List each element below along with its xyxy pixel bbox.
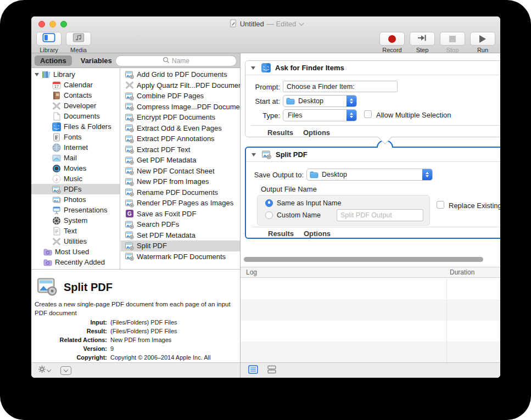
sidebar-item-utilities[interactable]: Utilities	[31, 236, 120, 247]
disclosure-triangle-icon[interactable]	[35, 73, 39, 76]
sidebar-item-system[interactable]: System	[31, 215, 120, 226]
sidebar-item-mail[interactable]: Mail	[31, 153, 120, 163]
sidebar-item-most-used[interactable]: Most Used	[31, 247, 120, 257]
sidebar-item-presentations[interactable]: Presentations	[31, 205, 120, 215]
action-description-panel: Split PDF Creates a new single-page PDF …	[31, 269, 240, 362]
sidebar-item-movies[interactable]: Movies	[31, 163, 120, 173]
action-item-new-pdf-from-images[interactable]: New PDF from Images	[121, 176, 240, 187]
sidebar-item-recently-added[interactable]: Recently Added	[31, 257, 120, 267]
custom-name-radio[interactable]	[265, 211, 273, 219]
step-button[interactable]: Step	[410, 32, 435, 53]
type-label: Type:	[245, 111, 280, 120]
action-title: Ask for Finder Items	[275, 64, 344, 72]
action-item-render-pdf-pages-as-images[interactable]: Render PDF Pages as Images	[121, 198, 240, 209]
same-as-input-radio[interactable]	[265, 199, 273, 207]
sidebar-item-developer[interactable]: Developer	[31, 100, 120, 111]
search-input[interactable]: Name	[115, 55, 237, 66]
sidebar-item-files-folders[interactable]: Files & Folders	[31, 121, 120, 132]
action-item-search-pdfs[interactable]: Search PDFs	[121, 219, 240, 230]
options-toggle[interactable]: Options	[303, 128, 330, 137]
sidebar-item-calendar[interactable]: 17Calendar	[31, 80, 120, 90]
options-toggle[interactable]: Options	[304, 229, 331, 238]
browser-columns: Library17CalendarContactsDeveloperDocume…	[31, 68, 240, 269]
description-summary: Creates a new single-page PDF document f…	[35, 300, 233, 317]
title-chevron-down-icon[interactable]	[299, 20, 304, 26]
sidebar-item-label: Files & Folders	[64, 122, 111, 131]
action-item-get-pdf-metadata[interactable]: Get PDF Metadata	[121, 155, 240, 166]
replace-existing-file-checkbox[interactable]	[437, 201, 444, 209]
duration-column-header[interactable]: Duration	[450, 268, 474, 276]
photos-icon	[52, 195, 61, 204]
description-field-value: Copyright © 2006–2014 Apple Inc. All rig…	[110, 353, 226, 362]
action-title: Split PDF	[276, 150, 308, 159]
workflow-canvas: Ask for Finder Items Prompt: Choose a Fi…	[241, 53, 500, 267]
results-toggle[interactable]: Results	[267, 128, 293, 137]
action-item-set-pdf-metadata[interactable]: Set PDF Metadata	[121, 230, 240, 241]
library-tree: Library17CalendarContactsDeveloperDocume…	[31, 68, 120, 269]
sidebar-item-documents[interactable]: Documents	[31, 111, 120, 121]
action-item-split-pdf[interactable]: Split PDF	[121, 240, 240, 251]
action-item-extract-pdf-annotations[interactable]: Extract PDF Annotations	[121, 133, 240, 144]
results-toggle[interactable]: Results	[268, 229, 294, 238]
action-item-compress-image-pdf-documents[interactable]: Compress Image...PDF Documents	[121, 102, 240, 113]
media-toolbar-button[interactable]: Media	[66, 32, 91, 53]
finder-icon	[52, 122, 61, 131]
disclosure-triangle-icon[interactable]	[251, 153, 256, 156]
smart-folder-icon	[43, 248, 52, 256]
horizontal-scrollbar[interactable]	[244, 257, 483, 262]
action-item-label: Save as Foxit PDF	[137, 210, 196, 218]
sidebar-item-text[interactable]: Text	[31, 226, 120, 236]
save-output-dropdown[interactable]: Desktop	[306, 169, 433, 181]
stepper-icon	[346, 110, 356, 121]
tab-actions[interactable]: Actions	[35, 55, 72, 66]
run-button[interactable]: Run	[470, 32, 495, 53]
action-item-watermark-pdf-documents[interactable]: Watermark PDF Documents	[121, 251, 240, 262]
folder-icon	[310, 170, 318, 179]
sidebar-item-internet[interactable]: Internet	[31, 142, 120, 153]
action-item-apply-quartz-filt-pdf-documents[interactable]: Apply Quartz Filt...PDF Documents	[121, 80, 240, 91]
action-item-combine-pdf-pages[interactable]: Combine PDF Pages	[121, 91, 240, 102]
sidebar-item-fonts[interactable]: FFonts	[31, 132, 120, 142]
log-column-header[interactable]: Log	[246, 268, 257, 276]
sidebar-item-label: Calendar	[64, 81, 93, 89]
search-placeholder: Name	[172, 57, 189, 65]
action-item-extract-pdf-text[interactable]: Extract PDF Text	[121, 144, 240, 155]
action-item-save-as-foxit-pdf[interactable]: GSave as Foxit PDF	[121, 209, 240, 220]
log-table	[241, 278, 500, 362]
prompt-field[interactable]: Choose a Finder Item:	[283, 81, 398, 92]
action-item-rename-pdf-documents[interactable]: Rename PDF Documents	[121, 187, 240, 198]
action-item-new-pdf-contact-sheet[interactable]: New PDF Contact Sheet	[121, 166, 240, 177]
save-output-label: Save Output to:	[246, 171, 304, 179]
disclosure-triangle-icon[interactable]	[251, 66, 255, 70]
sidebar-item-pdfs[interactable]: PDFs	[31, 184, 120, 194]
description-field: Copyright:Copyright © 2006–2014 Apple In…	[31, 353, 240, 362]
action-item-encrypt-pdf-documents[interactable]: Encrypt PDF Documents	[121, 112, 240, 123]
log-stack-view-icon[interactable]	[267, 365, 277, 376]
log-list-view-icon[interactable]	[248, 365, 258, 376]
sidebar-item-music[interactable]: ♪Music	[31, 173, 120, 184]
panel-toggle-button[interactable]	[60, 366, 71, 375]
tab-variables[interactable]: Variables	[75, 55, 118, 66]
allow-multiple-selection-checkbox[interactable]	[364, 110, 372, 118]
custom-name-label: Custom Name	[277, 211, 321, 219]
custom-name-field[interactable]: Split PDF Output	[337, 209, 423, 221]
sidebar-item-label: Utilities	[64, 237, 87, 245]
stepper-icon	[346, 96, 356, 107]
action-item-extract-odd-even-pages[interactable]: Extract Odd & Even Pages	[121, 123, 240, 134]
library-toolbar-button[interactable]: Library	[36, 32, 62, 53]
sidebar-item-library[interactable]: Library	[31, 69, 120, 80]
action-item-label: New PDF from Images	[137, 177, 209, 186]
action-item-add-grid-to-pdf-documents[interactable]: Add Grid to PDF Documents	[121, 69, 240, 80]
sidebar-item-label: Mail	[64, 154, 77, 162]
log-row-empty	[241, 321, 500, 341]
description-field-label: Version:	[31, 344, 107, 353]
calendar-icon: 17	[52, 81, 61, 89]
start-at-dropdown[interactable]: Desktop	[283, 95, 357, 107]
pdf-action-icon	[125, 242, 134, 250]
record-button[interactable]: Record	[379, 32, 405, 53]
action-menu-button[interactable]	[38, 365, 51, 376]
sidebar-item-contacts[interactable]: Contacts	[31, 90, 120, 100]
screenshot-background: Untitled — Edited Library Media Record	[0, 0, 531, 420]
sidebar-item-photos[interactable]: Photos	[31, 194, 120, 205]
type-dropdown[interactable]: Files	[283, 109, 357, 121]
